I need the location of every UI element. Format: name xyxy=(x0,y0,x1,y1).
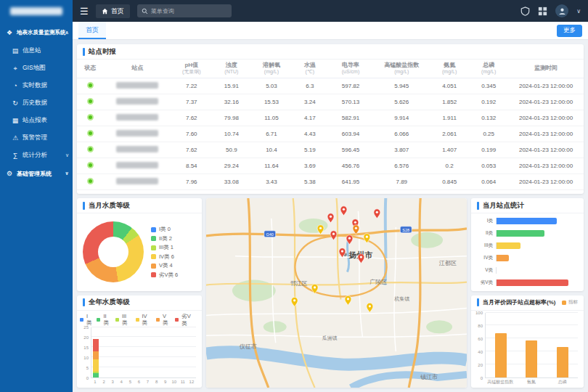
sidebar-item-gis-map[interactable]: ⌖GIS地图 xyxy=(0,60,73,77)
sidebar-item-label: 预警管理 xyxy=(23,134,47,142)
stacked-bar[interactable] xyxy=(161,327,170,378)
map-park xyxy=(411,232,443,248)
topbar: ☰ 首页 ∨ xyxy=(0,0,588,22)
bar[interactable] xyxy=(497,279,568,286)
table-cell: 4.17 xyxy=(292,110,328,126)
legend-swatch xyxy=(97,318,100,322)
sidebar-item-realtime-data[interactable]: ◔实时数据 xyxy=(0,77,73,94)
tab-home[interactable]: 首页 xyxy=(78,22,106,39)
table-cell: 0.132 xyxy=(469,110,508,126)
stacked-bar[interactable] xyxy=(179,327,187,378)
shield-icon[interactable] xyxy=(520,7,530,16)
legend-swatch xyxy=(115,318,119,322)
legend-item[interactable]: I类 0 xyxy=(151,226,178,233)
annual-grade-chart[interactable]: I类II类III类IV类V类劣V类 0510152025 12345678910… xyxy=(77,311,202,388)
app-grid-icon[interactable] xyxy=(538,7,547,16)
sidebar-item-system-root[interactable]: ❖ 地表水质量监测系统 ∧ xyxy=(0,23,73,42)
stacked-bar[interactable] xyxy=(144,327,152,378)
sidebar-item-history-data[interactable]: ↻历史数据 xyxy=(0,94,73,112)
stacked-bar[interactable] xyxy=(152,327,161,378)
map-panel: 扬州市邗江区广陵区江都区仪征市镇江市瓜洲镇杭集镇G40S28 xyxy=(206,198,467,388)
stacked-bar[interactable] xyxy=(187,327,196,378)
map-park xyxy=(426,320,452,333)
legend-item[interactable]: 劣V类 xyxy=(175,313,196,327)
status-indicator-normal xyxy=(87,178,94,184)
table-cell: 11.05 xyxy=(251,110,292,126)
sidebar-collapse-icon[interactable]: ☰ xyxy=(80,7,89,16)
bar[interactable] xyxy=(526,340,537,377)
sidebar-item-statistics[interactable]: ∑统计分析∨ xyxy=(0,147,73,164)
avatar[interactable] xyxy=(555,4,568,17)
column-header: 监测时间 xyxy=(508,60,584,78)
table-cell: 3.43 xyxy=(251,173,292,189)
table-cell: 603.94 xyxy=(328,126,374,142)
more-button[interactable]: 更多 xyxy=(557,25,582,37)
column-header: 浊度(NTU) xyxy=(212,60,251,78)
search-input[interactable] xyxy=(151,8,227,15)
legend-swatch xyxy=(175,318,179,322)
legend-item[interactable]: IV类 6 xyxy=(151,253,178,261)
legend-item[interactable]: V类 xyxy=(156,313,171,327)
station-name-redacted xyxy=(116,82,158,89)
sidebar: ❖ 地表水质量监测系统 ∧ ▤信息站⌖GIS地图◔实时数据↻历史数据▦站点报表⚠… xyxy=(0,22,73,392)
panel-title: 当月站点统计 xyxy=(483,201,524,211)
table-cell: 456.76 xyxy=(328,158,374,173)
status-indicator-normal xyxy=(87,130,94,136)
table-cell: 11.64 xyxy=(251,158,292,173)
table-cell: 570.13 xyxy=(328,94,374,110)
exceed-rate-chart[interactable]: 020406080100 高锰酸盐指数氨氮总磷 xyxy=(471,311,584,388)
monitor-time-cell: 2024-01-23 12:00:00 xyxy=(508,173,584,189)
legend-item[interactable]: III类 1 xyxy=(151,244,178,251)
gis-map-icon: ⌖ xyxy=(12,65,19,73)
legend-swatch xyxy=(151,264,156,269)
bar[interactable] xyxy=(495,333,507,377)
home-icon xyxy=(102,8,108,15)
legend-item[interactable]: IV类 xyxy=(136,313,152,327)
table-cell: 0.192 xyxy=(469,94,508,110)
content: 站点时报 状态站点pH值(无量纲)浊度(NTU)溶解氧(mg/L)水温(℃)电导… xyxy=(73,40,588,392)
map-label: 广陵区 xyxy=(369,279,387,285)
sidebar-item-label: 信息站 xyxy=(23,46,41,55)
column-header: 水温(℃) xyxy=(292,60,328,78)
stacked-bar[interactable] xyxy=(100,327,109,378)
legend-item[interactable]: II类 xyxy=(97,313,112,327)
stacked-bar[interactable] xyxy=(118,327,126,378)
stacked-bar[interactable] xyxy=(135,327,144,378)
breadcrumb[interactable]: 首页 xyxy=(96,4,130,18)
exceed-legend[interactable]: 指标 xyxy=(562,299,578,306)
table-cell: 15.53 xyxy=(251,94,292,110)
bar[interactable] xyxy=(497,242,520,249)
sidebar-item-station-report[interactable]: ▦站点报表 xyxy=(0,112,73,129)
map[interactable]: 扬州市邗江区广陵区江都区仪征市镇江市瓜洲镇杭集镇G40S28 xyxy=(206,198,467,388)
table-row: 7.6010.746.714.43603.946.0662.0610.25202… xyxy=(77,126,584,142)
sidebar-item-alert-management[interactable]: ⚠预警管理 xyxy=(0,129,73,147)
sidebar-item-label: 站点报表 xyxy=(23,116,47,125)
exceed-yaxis: 020406080100 xyxy=(474,313,485,379)
stacked-bar[interactable] xyxy=(170,327,179,378)
map-park xyxy=(264,321,287,332)
chevron-down-icon[interactable]: ∨ xyxy=(576,8,581,15)
monthly-grade-donut-chart[interactable] xyxy=(83,221,144,282)
station-stats-chart[interactable]: I类II类III类IV类V类劣V类 xyxy=(471,213,584,291)
table-cell: 6.066 xyxy=(373,126,430,142)
sidebar-item-info-station[interactable]: ▤信息站 xyxy=(0,42,73,60)
bar[interactable] xyxy=(497,255,509,261)
bar[interactable] xyxy=(497,218,557,224)
map-label: 杭集镇 xyxy=(393,296,409,302)
sidebar-item-base-system[interactable]: ⚙ 基础管理系统 ∨ xyxy=(0,164,73,183)
station-name-redacted xyxy=(116,130,158,136)
bar[interactable] xyxy=(497,230,544,237)
legend-item[interactable]: 劣V类 6 xyxy=(151,271,178,279)
stacked-bar[interactable] xyxy=(126,327,135,378)
stacked-bar[interactable] xyxy=(91,327,100,378)
svg-text:S28: S28 xyxy=(402,228,409,232)
legend-item[interactable]: II类 2 xyxy=(151,235,178,242)
stacked-bar[interactable] xyxy=(109,327,118,378)
bar[interactable] xyxy=(557,347,568,377)
status-indicator-normal xyxy=(87,82,94,89)
table-cell: 3.807 xyxy=(373,142,430,158)
legend-item[interactable]: III类 xyxy=(115,313,132,327)
table-cell: 32.16 xyxy=(212,94,251,110)
legend-item[interactable]: V类 4 xyxy=(151,262,178,269)
column-header: 电导率(uS/cm) xyxy=(328,60,374,78)
